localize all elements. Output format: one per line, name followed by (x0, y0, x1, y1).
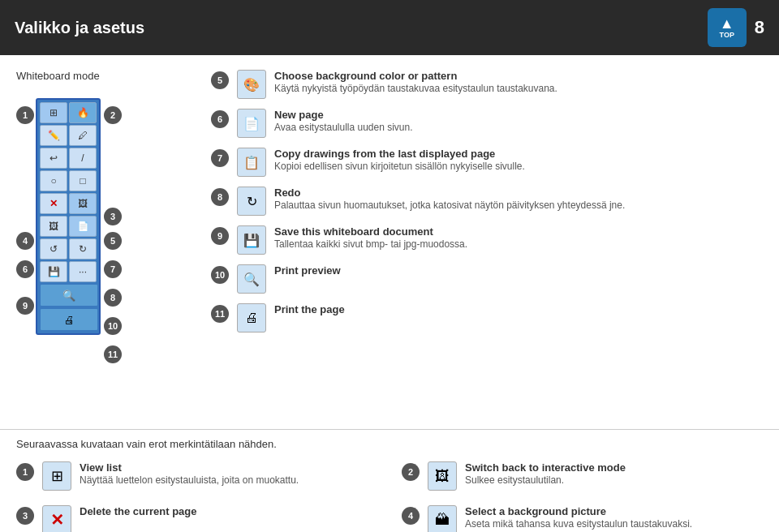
desc-icon-5: 🎨 (237, 70, 266, 99)
desc-text-5: Choose background color or pattern Käytä… (274, 70, 763, 96)
desc-row-8: 8 ↻ Redo Palauttaa sivun huomautukset, j… (211, 187, 763, 216)
tool-btn-marker[interactable]: 🖊 (69, 125, 97, 146)
desc-icon-7: 📋 (237, 148, 266, 177)
num-4: 4 (16, 232, 34, 250)
page-number: 8 (755, 17, 764, 38)
tool-btn-grid[interactable]: ⊞ (40, 102, 67, 123)
tool-btn-rect[interactable]: □ (69, 170, 97, 191)
header: Valikko ja asetus ▲ TOP 8 (0, 0, 779, 55)
num-1: 1 (16, 106, 34, 124)
strip-row-3: ↩ / (40, 148, 97, 169)
bottom-icon-2: 🖼 (428, 461, 457, 491)
main-content: Whiteboard mode 1 2 3 4 5 6 7 8 9 10 11 … (0, 55, 779, 421)
num-5: 5 (104, 232, 122, 250)
desc-icon-9: 💾 (237, 225, 266, 255)
num-10: 10 (104, 317, 122, 335)
num-3: 3 (104, 208, 122, 225)
bottom-text-4: Select a background picture Aseta mikä t… (465, 505, 763, 531)
top-label: TOP (720, 31, 734, 39)
strip-row-5: ✕ 🖼 (40, 193, 97, 214)
desc-text-11: Print the page (274, 303, 763, 315)
wb-diagram: 1 2 3 4 5 6 7 8 9 10 11 ⊞ 🔥 ✏️ 🖊 (16, 90, 179, 406)
bottom-num-2: 2 (402, 463, 420, 481)
left-column: Whiteboard mode 1 2 3 4 5 6 7 8 9 10 11 … (16, 70, 195, 406)
bottom-intro: Seuraavassa kuvataan vain erot merkintät… (16, 438, 763, 450)
top-badge[interactable]: ▲ TOP (708, 8, 747, 47)
page-title: Valikko ja asetus (15, 19, 144, 37)
strip-row-2: ✏️ 🖊 (40, 125, 97, 146)
desc-num-8: 8 (211, 188, 229, 206)
bottom-text-2: Switch back to interactive mode Sulkee e… (465, 461, 763, 487)
tool-btn-flame[interactable]: 🔥 (69, 102, 97, 123)
bottom-icon-4: 🏔 (428, 505, 457, 532)
tool-btn-x[interactable]: ✕ (40, 193, 67, 214)
header-right: ▲ TOP 8 (708, 8, 764, 47)
tool-btn-page[interactable]: 📄 (69, 216, 97, 237)
desc-icon-8: ↻ (237, 187, 266, 216)
tool-btn-pen[interactable]: ✏️ (40, 125, 67, 146)
bottom-icon-1: ⊞ (42, 461, 71, 491)
strip-row-4: ○ □ (40, 170, 97, 191)
tool-btn-zoom[interactable]: 🔍 (40, 284, 98, 307)
num-8: 8 (104, 289, 122, 307)
whiteboard-mode-label: Whiteboard mode (16, 70, 195, 82)
desc-num-6: 6 (211, 110, 229, 128)
desc-text-10: Print preview (274, 264, 763, 277)
tool-btn-print[interactable]: 🖨 (40, 308, 98, 331)
desc-icon-10: 🔍 (237, 264, 266, 294)
tool-btn-photo[interactable]: 🖼 (69, 193, 97, 214)
bottom-item-2: 2 🖼 Switch back to interactive mode Sulk… (402, 461, 763, 491)
extended-panel: 🔍 🖨 (40, 284, 97, 331)
bottom-item-1: 1 ⊞ View list Näyttää luettelon esitysta… (16, 461, 377, 491)
bottom-grid: 1 ⊞ View list Näyttää luettelon esitysta… (16, 461, 763, 532)
tool-btn-line[interactable]: / (69, 148, 97, 169)
bottom-text-1: View list Näyttää luettelon esitystaului… (80, 461, 377, 487)
num-11: 11 (104, 345, 122, 363)
tool-btn-redo[interactable]: ↻ (69, 238, 97, 260)
strip-row-8: 💾 ··· (40, 261, 97, 282)
right-column: 5 🎨 Choose background color or pattern K… (211, 70, 763, 406)
tool-btn-undo[interactable]: ↺ (40, 238, 67, 260)
bottom-icon-3: ✕ (42, 505, 71, 532)
num-6: 6 (16, 260, 34, 278)
bottom-num-4: 4 (402, 507, 420, 525)
num-9: 9 (16, 297, 34, 315)
desc-text-7: Copy drawings from the last displayed pa… (274, 148, 763, 174)
bottom-item-3: 3 ✕ Delete the current page (16, 505, 377, 532)
tool-btn-img[interactable]: 🖼 (40, 216, 67, 237)
top-icon: ▲ (720, 16, 734, 31)
desc-row-9: 9 💾 Save this whiteboard document Tallen… (211, 225, 763, 255)
desc-text-6: New page Avaa esitystaululla uuden sivun… (274, 109, 763, 135)
desc-num-11: 11 (211, 305, 229, 323)
strip-row-6: 🖼 📄 (40, 216, 97, 237)
tool-btn-circle[interactable]: ○ (40, 170, 67, 191)
desc-num-9: 9 (211, 227, 229, 245)
desc-num-5: 5 (211, 71, 229, 89)
bottom-text-3: Delete the current page (80, 505, 377, 517)
strip-row-7: ↺ ↻ (40, 238, 97, 260)
desc-icon-6: 📄 (237, 109, 266, 138)
bottom-section: Seuraavassa kuvataan vain erot merkintät… (0, 429, 779, 532)
tool-btn-save[interactable]: 💾 (40, 261, 67, 282)
bottom-num-1: 1 (16, 463, 34, 481)
desc-row-11: 11 🖨 Print the page (211, 303, 763, 332)
desc-row-5: 5 🎨 Choose background color or pattern K… (211, 70, 763, 99)
num-7: 7 (104, 260, 122, 278)
bottom-num-3: 3 (16, 507, 34, 525)
desc-num-10: 10 (211, 266, 229, 284)
desc-text-9: Save this whiteboard document Tallentaa … (274, 225, 763, 251)
desc-text-8: Redo Palauttaa sivun huomautukset, jotka… (274, 187, 763, 212)
bottom-item-4: 4 🏔 Select a background picture Aseta mi… (402, 505, 763, 532)
strip-row-1: ⊞ 🔥 (40, 102, 97, 123)
desc-row-7: 7 📋 Copy drawings from the last displaye… (211, 148, 763, 177)
desc-icon-11: 🖨 (237, 303, 266, 332)
desc-row-6: 6 📄 New page Avaa esitystaululla uuden s… (211, 109, 763, 138)
tool-btn-curve[interactable]: ↩ (40, 148, 67, 169)
desc-row-10: 10 🔍 Print preview (211, 264, 763, 294)
num-2: 2 (104, 106, 122, 124)
tool-btn-more[interactable]: ··· (69, 261, 97, 282)
toolbar-strip: ⊞ 🔥 ✏️ 🖊 ↩ / ○ □ (36, 98, 101, 335)
desc-num-7: 7 (211, 149, 229, 167)
